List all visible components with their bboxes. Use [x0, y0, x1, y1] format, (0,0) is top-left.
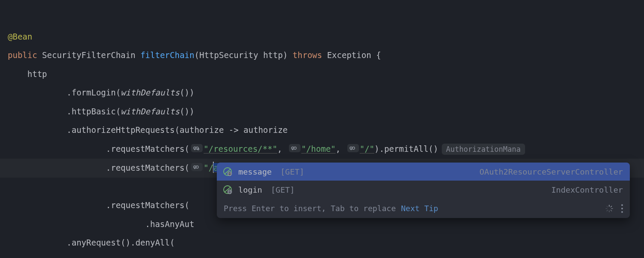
code-line: .requestMatchers( — [8, 200, 189, 210]
string-literal: "/home" — [301, 144, 336, 154]
keyword-throws: throws — [288, 50, 322, 60]
loading-spinner-icon — [605, 204, 614, 213]
string-hint-icon — [191, 163, 203, 171]
inline-hint[interactable]: AuthorizationMana — [442, 144, 525, 155]
string-literal: "/resources/**" — [204, 144, 277, 154]
string-hint-icon — [347, 144, 359, 152]
completion-item[interactable]: message [GET] OAuth2ResourceServerContro… — [217, 163, 630, 181]
more-options-icon[interactable] — [621, 204, 623, 213]
method-name: filterChain — [140, 50, 194, 60]
svg-line-25 — [607, 206, 608, 207]
completion-name: login — [238, 185, 262, 194]
svg-line-19 — [611, 206, 612, 207]
code-line: .requestMatchers("/resources/**", "/home… — [8, 144, 525, 154]
next-tip-link[interactable]: Next Tip — [401, 204, 438, 213]
endpoint-icon — [223, 167, 232, 176]
string-hint-icon — [289, 144, 301, 152]
completion-origin: IndexController — [551, 185, 623, 194]
code-editor[interactable]: @Bean public SecurityFilterChain filterC… — [0, 0, 644, 258]
svg-point-5 — [352, 147, 355, 149]
completion-item[interactable]: login [GET] IndexController — [217, 181, 630, 199]
param-name: http — [258, 50, 283, 60]
code-line: .formLogin(withDefaults()) — [8, 88, 194, 97]
completion-popup[interactable]: message [GET] OAuth2ResourceServerContro… — [217, 163, 630, 218]
code-line: .httpBasic(withDefaults()) — [8, 107, 194, 116]
endpoint-icon — [223, 185, 232, 194]
annotation: @Bean — [8, 32, 32, 41]
svg-line-23 — [607, 210, 608, 211]
code-line: .hasAnyAut — [8, 219, 194, 229]
completion-name: message — [238, 167, 272, 176]
code-line: .authorizeHttpRequests(authorize -> auth… — [8, 125, 288, 135]
completion-footer: Press Enter to insert, Tab to replace Ne… — [217, 199, 630, 218]
svg-line-21 — [611, 210, 612, 211]
completion-verb: [GET] — [280, 167, 304, 176]
keyword-public: public — [8, 50, 37, 60]
completion-origin: OAuth2ResourceServerController — [480, 167, 623, 176]
completion-verb: [GET] — [271, 185, 295, 194]
string-hint-icon — [191, 144, 203, 152]
return-type: SecurityFilterChain — [42, 50, 135, 60]
code-line: .anyRequest().denyAll( — [8, 238, 175, 247]
svg-point-7 — [196, 166, 199, 169]
string-literal: "/" — [360, 144, 374, 154]
svg-point-3 — [294, 147, 296, 149]
footer-hint: Press Enter to insert, Tab to replace — [224, 204, 396, 213]
code-line: http — [8, 69, 47, 79]
code-line: ); — [8, 257, 37, 258]
param-type: HttpSecurity — [199, 50, 258, 60]
